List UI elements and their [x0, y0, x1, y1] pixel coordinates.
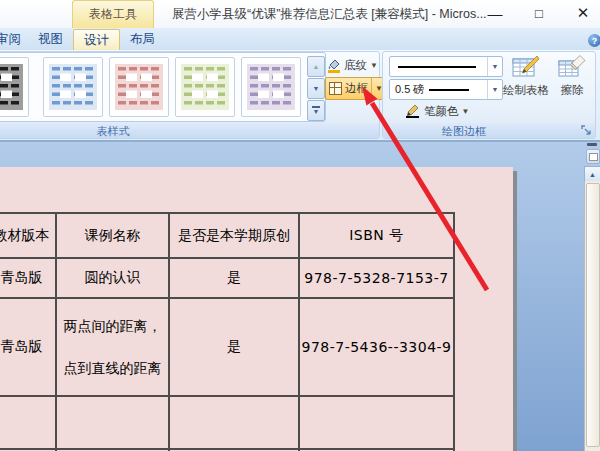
header-cell[interactable]: 课例名称	[56, 213, 169, 258]
ruler-toggle-icon[interactable]	[586, 149, 600, 164]
close-button[interactable]: ✕	[566, 0, 600, 26]
document-area: 教材版本 课例名称 是否是本学期原创 ISBN 号 青岛版 圆的认识 是 978…	[0, 140, 600, 451]
gallery-scroll-down-icon[interactable]: ▼	[307, 78, 325, 99]
split-handle[interactable]	[587, 143, 597, 146]
title-bar: 表格工具 展营小学县级“优课”推荐信息汇总表 [兼容模式] - Micros..…	[0, 0, 600, 28]
table-cell[interactable]: 圆的认识	[56, 258, 169, 298]
borders-label: 边框	[345, 81, 368, 96]
table-cell[interactable]	[299, 396, 454, 449]
pen-color-button[interactable]: 笔颜色 ▼	[405, 102, 469, 120]
draw-borders-group-label: 绘图边框	[403, 124, 525, 139]
draw-table-icon	[512, 54, 540, 80]
table-style-thumb-green[interactable]	[175, 57, 235, 117]
ribbon-tab-row: 审阅 视图 设计 布局 ?	[0, 28, 600, 50]
table-cell[interactable]: 青岛版	[0, 298, 56, 396]
table-style-gallery: ▲ ▼ ▼	[0, 52, 326, 122]
borders-button[interactable]: 边框 ▼	[325, 77, 387, 100]
line-weight-preview	[429, 89, 469, 91]
help-icon[interactable]: ?	[588, 34, 600, 47]
eraser-icon	[558, 54, 586, 80]
table-row: 青岛版 圆的认识 是 978-7-5328-7153-7	[0, 258, 454, 298]
vertical-scrollbar: ▲	[584, 140, 600, 451]
table-cell[interactable]: 是	[169, 298, 299, 396]
scrollbar-track[interactable]	[584, 181, 600, 451]
eraser-label: 擦除	[561, 83, 584, 98]
line-style-combobox[interactable]: ▼	[389, 56, 503, 77]
tab-design[interactable]: 设计	[73, 29, 120, 51]
line-weight-dropdown-icon[interactable]: ▼	[487, 80, 502, 99]
window-title: 展营小学县级“优课”推荐信息汇总表 [兼容模式] - Micros...	[172, 0, 487, 28]
eraser-button[interactable]: 擦除	[551, 54, 593, 120]
table-style-thumb-purple[interactable]	[241, 57, 301, 117]
table-cell[interactable]	[0, 396, 56, 449]
tab-view[interactable]: 视图	[28, 29, 73, 50]
group-label-bar: 绘图边框	[383, 123, 595, 138]
minimize-button[interactable]: —	[478, 0, 512, 26]
table-styles-group-label: 表样式	[73, 124, 153, 139]
table-cell[interactable]	[169, 396, 299, 449]
maximize-button[interactable]: □	[522, 0, 556, 26]
group-label-bar: 表样式	[0, 123, 379, 138]
header-cell[interactable]: 是否是本学期原创	[169, 213, 299, 258]
group-draw-borders: 绘图边框 ▼ 0.5 磅 ▼	[382, 51, 596, 139]
table-style-thumb-red[interactable]	[109, 57, 169, 117]
table-header-row: 教材版本 课例名称 是否是本学期原创 ISBN 号	[0, 213, 454, 258]
pen-color-dropdown-icon[interactable]: ▼	[462, 107, 470, 116]
line-style-preview	[398, 66, 476, 68]
scrollbar-thumb[interactable]	[586, 183, 600, 447]
shading-label: 底纹	[344, 58, 367, 73]
paint-bucket-icon	[327, 58, 341, 73]
line-style-dropdown-icon[interactable]: ▼	[487, 57, 502, 76]
word-window: 表格工具 展营小学县级“优课”推荐信息汇总表 [兼容模式] - Micros..…	[0, 0, 600, 451]
borders-grid-icon	[329, 82, 342, 95]
draw-table-button[interactable]: 绘制表格	[501, 54, 551, 120]
table-cell[interactable]	[56, 396, 169, 449]
table-cell[interactable]: 978-7-5328-7153-7	[299, 258, 454, 298]
table-cell[interactable]: 是	[169, 258, 299, 298]
gallery-more-icon[interactable]: ▼	[307, 100, 325, 121]
page-shadow	[513, 171, 517, 451]
dialog-launcher-icon[interactable]	[581, 125, 592, 136]
pen-color-icon	[405, 104, 421, 118]
table-cell[interactable]: 两点间的距离， 点到直线的距离	[56, 298, 169, 396]
header-cell[interactable]: 教材版本	[0, 213, 56, 258]
table-row: 青岛版 两点间的距离， 点到直线的距离 是 978-7-5436--3304-9	[0, 298, 454, 396]
tab-layout[interactable]: 布局	[120, 29, 165, 50]
header-cell[interactable]: ISBN 号	[299, 213, 454, 258]
table-cell[interactable]: 978-7-5436--3304-9	[299, 298, 454, 396]
gallery-scroll-up-icon[interactable]: ▲	[307, 56, 325, 77]
table-tools-contextual-header: 表格工具	[72, 0, 154, 28]
shading-dropdown-icon[interactable]: ▼	[370, 61, 378, 70]
line-weight-combobox[interactable]: 0.5 磅 ▼	[389, 79, 503, 100]
shading-button[interactable]: 底纹 ▼	[327, 56, 378, 74]
table-style-thumb-blue[interactable]	[43, 57, 103, 117]
table-tools-label: 表格工具	[89, 6, 137, 23]
ribbon: 表样式 ▲ ▼ ▼ 底纹 ▼ 边框	[0, 50, 600, 140]
gallery-scroll-controls: ▲ ▼ ▼	[307, 56, 324, 122]
tab-review[interactable]: 审阅	[0, 29, 31, 50]
draw-table-label: 绘制表格	[503, 83, 549, 98]
pen-color-label: 笔颜色	[424, 104, 459, 119]
document-page[interactable]: 教材版本 课例名称 是否是本学期原创 ISBN 号 青岛版 圆的认识 是 978…	[0, 167, 513, 451]
table-style-thumb-dark[interactable]	[0, 57, 29, 117]
document-table: 教材版本 课例名称 是否是本学期原创 ISBN 号 青岛版 圆的认识 是 978…	[0, 212, 455, 451]
table-cell[interactable]: 青岛版	[0, 258, 56, 298]
table-row	[0, 396, 454, 449]
line-weight-value: 0.5 磅	[395, 82, 424, 97]
